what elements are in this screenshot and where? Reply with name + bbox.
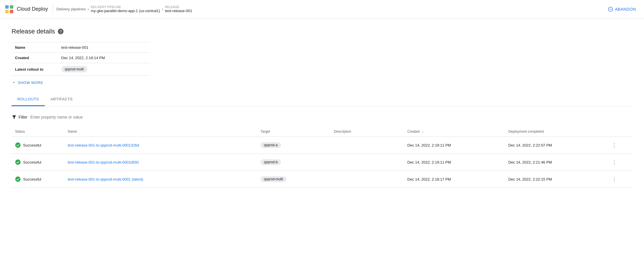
breadcrumb-pipeline-section: DELIVERY PIPELINE my-gke-parallel-demo-a…	[91, 5, 160, 13]
cell-deployment-completed-2: Dec 14, 2022, 2:22:15 PM	[505, 171, 606, 188]
chevron-down-icon	[12, 80, 16, 85]
rollout-name-link-1[interactable]: test-release-001-to-qsprod-multi-0001d59…	[68, 160, 139, 164]
sort-arrow-icon: ↓	[422, 130, 424, 134]
breadcrumb-delivery-pipelines-link[interactable]: Delivery pipelines	[56, 7, 86, 11]
details-row-name: Name test-release-001	[12, 42, 150, 53]
breadcrumb-release-value: test-release-001	[165, 9, 192, 13]
success-icon	[15, 159, 21, 165]
svg-point-7	[15, 160, 21, 165]
breadcrumb-pipeline-value: my-gke-parallel-demo-app-1 (us-central1)	[91, 9, 160, 13]
cell-actions-0: ⋮	[606, 137, 632, 154]
breadcrumb-pipeline-label: DELIVERY PIPELINE	[91, 5, 160, 9]
cell-target-0: qsprod-a	[257, 137, 330, 154]
filter-label-container: Filter	[12, 115, 27, 120]
cell-status-0: Successful	[12, 137, 64, 154]
tab-artifacts[interactable]: ARTIFACTS	[45, 93, 79, 106]
cell-actions-2: ⋮	[606, 171, 632, 188]
details-row-latest-rollout: Latest rollout to qsprod-multi	[12, 63, 150, 76]
target-chip-1: qsprod-b	[260, 159, 281, 165]
page-title: Release details	[12, 28, 55, 35]
filter-icon	[12, 115, 17, 120]
release-details-table: Name test-release-001 Created Dec 14, 20…	[12, 42, 150, 76]
app-header: Cloud Deploy Delivery pipelines › DELIVE…	[0, 0, 644, 18]
table-body: Successful test-release-001-to-qsprod-mu…	[12, 137, 632, 188]
svg-point-6	[15, 142, 21, 148]
cell-created-2: Dec 14, 2022, 2:18:17 PM	[404, 171, 505, 188]
tabs-container: ROLLOUTS ARTIFACTS	[12, 93, 632, 106]
svg-rect-3	[10, 10, 13, 13]
col-header-deployment-completed: Deployment completed	[505, 127, 606, 137]
rollout-name-link-0[interactable]: test-release-001-to-qsprod-multi-0001326…	[68, 143, 139, 147]
target-chip-0: qsprod-a	[260, 142, 281, 148]
col-header-actions	[606, 127, 632, 137]
cell-deployment-completed-0: Dec 14, 2022, 2:22:07 PM	[505, 137, 606, 154]
details-value-name: test-release-001	[58, 42, 150, 53]
col-header-name: Name	[64, 127, 257, 137]
cloud-deploy-logo-icon	[5, 5, 14, 14]
latest-rollout-chip: qsprod-multi	[61, 66, 87, 72]
breadcrumb-release-section: RELEASE test-release-001	[165, 5, 192, 13]
row-more-button-0[interactable]: ⋮	[609, 141, 619, 149]
tab-rollouts[interactable]: ROLLOUTS	[12, 93, 45, 106]
success-icon	[15, 176, 21, 182]
main-content: Release details ? Name test-release-001 …	[0, 18, 644, 197]
filter-input[interactable]	[30, 115, 632, 119]
row-more-button-2[interactable]: ⋮	[609, 175, 619, 183]
success-icon	[15, 142, 21, 148]
cell-name-2: test-release-001-to-qsprod-multi-0001 (l…	[64, 171, 257, 188]
breadcrumb-chevron-1: ›	[88, 7, 89, 12]
rollout-name-link-2[interactable]: test-release-001-to-qsprod-multi-0001 (l…	[68, 177, 144, 181]
cell-actions-1: ⋮	[606, 154, 632, 171]
cell-target-1: qsprod-b	[257, 154, 330, 171]
breadcrumb-chevron-2: ›	[162, 7, 163, 12]
show-more-button[interactable]: SHOW MORE	[12, 80, 632, 85]
table-row: Successful test-release-001-to-qsprod-mu…	[12, 137, 632, 154]
cell-deployment-completed-1: Dec 14, 2022, 2:21:46 PM	[505, 154, 606, 171]
cell-name-0: test-release-001-to-qsprod-multi-0001326…	[64, 137, 257, 154]
col-header-description: Description	[330, 127, 404, 137]
details-label-latest-rollout: Latest rollout to	[12, 63, 58, 76]
abandon-icon	[608, 7, 613, 12]
page-title-section: Release details ?	[12, 28, 632, 35]
abandon-button[interactable]: ABANDON	[604, 4, 639, 14]
row-more-button-1[interactable]: ⋮	[609, 158, 619, 166]
details-value-latest-rollout: qsprod-multi	[58, 63, 150, 76]
table-header: Status Name Target Description Created ↓…	[12, 127, 632, 137]
cell-target-2: qsprod-multi	[257, 171, 330, 188]
cell-name-1: test-release-001-to-qsprod-multi-0001d59…	[64, 154, 257, 171]
cell-created-1: Dec 14, 2022, 2:19:11 PM	[404, 154, 505, 171]
details-value-created: Dec 14, 2022, 2:18:14 PM	[58, 53, 150, 63]
col-header-status: Status	[12, 127, 64, 137]
col-header-created[interactable]: Created ↓	[404, 127, 505, 137]
svg-rect-2	[5, 10, 9, 13]
app-logo: Cloud Deploy	[5, 5, 53, 14]
cell-created-0: Dec 14, 2022, 2:19:11 PM	[404, 137, 505, 154]
cell-description-2	[330, 171, 404, 188]
cell-description-1	[330, 154, 404, 171]
cell-status-1: Successful	[12, 154, 64, 171]
help-icon[interactable]: ?	[58, 29, 64, 34]
svg-rect-0	[5, 5, 9, 9]
target-chip-2: qsprod-multi	[260, 176, 286, 182]
svg-rect-1	[10, 5, 13, 9]
svg-point-8	[15, 177, 21, 182]
details-row-created: Created Dec 14, 2022, 2:18:14 PM	[12, 53, 150, 63]
table-row: Successful test-release-001-to-qsprod-mu…	[12, 171, 632, 188]
table-row: Successful test-release-001-to-qsprod-mu…	[12, 154, 632, 171]
breadcrumb: Delivery pipelines › DELIVERY PIPELINE m…	[56, 5, 192, 13]
cell-status-2: Successful	[12, 171, 64, 188]
details-label-created: Created	[12, 53, 58, 63]
cell-description-0	[330, 137, 404, 154]
rollouts-table: Status Name Target Description Created ↓…	[12, 127, 632, 188]
filter-label: Filter	[18, 115, 27, 119]
filter-bar: Filter	[12, 112, 632, 122]
app-name: Cloud Deploy	[17, 6, 48, 12]
col-header-target: Target	[257, 127, 330, 137]
breadcrumb-release-label: RELEASE	[165, 5, 192, 9]
details-label-name: Name	[12, 42, 58, 53]
